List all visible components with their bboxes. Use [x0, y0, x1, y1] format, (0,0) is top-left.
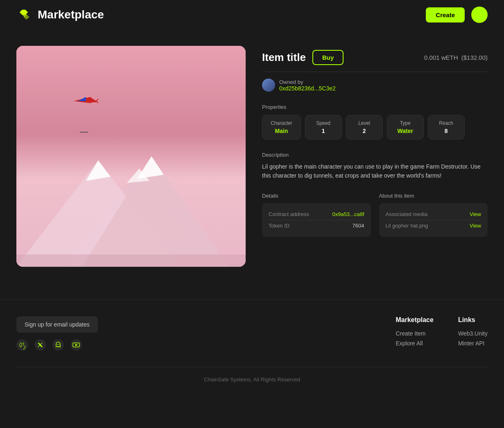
svg-marker-2	[78, 97, 86, 101]
properties-grid: Character Main Speed 1 Level 2 Type Wate…	[262, 115, 488, 140]
details-contract-value[interactable]: 0x9a53...ca8f	[332, 211, 364, 217]
details-contract-key: Contract address	[269, 211, 309, 217]
svg-line-4	[96, 99, 98, 101]
chainsafe-logo-icon	[16, 7, 33, 23]
user-avatar[interactable]	[471, 7, 488, 23]
item-title-left: Item title Buy	[262, 50, 344, 65]
property-level: Level 2	[346, 115, 383, 140]
youtube-icon[interactable]	[70, 339, 82, 351]
dash-decoration	[80, 132, 88, 133]
footer-copyright: ChainSafe Systems, All Rights Reserved	[204, 376, 300, 383]
footer-web3-link[interactable]: Web3.Unity	[458, 330, 488, 337]
svg-point-16	[57, 344, 58, 345]
discord-icon[interactable]	[16, 339, 28, 351]
details-token-value: 7604	[353, 223, 364, 229]
property-key-level: Level	[355, 120, 374, 126]
description-text: Lil gopher is the main character you can…	[262, 162, 488, 180]
details-token-row: Token ID 7604	[269, 220, 364, 231]
footer-links-title: Links	[458, 316, 488, 324]
footer-marketplace-title: Marketplace	[396, 316, 434, 324]
svg-rect-12	[16, 255, 246, 267]
signup-button[interactable]: Sign up for email updates	[16, 316, 98, 333]
properties-label: Properties	[262, 104, 488, 110]
footer: Sign up for email updates	[0, 300, 504, 391]
buy-button[interactable]: Buy	[312, 50, 344, 65]
plane-illustration	[74, 95, 98, 109]
item-price: 0.001 wETH ($132.00)	[424, 54, 488, 61]
property-key-speed: Speed	[314, 120, 333, 126]
social-icons	[16, 339, 98, 351]
property-character: Character Main	[262, 115, 301, 140]
owned-by-label: Owned by	[279, 79, 336, 85]
header-right: Create	[426, 7, 488, 23]
mountain-illustration	[16, 136, 246, 267]
owned-by-row: Owned by 0xd25b8236d...5C3e2	[262, 79, 488, 92]
about-section-title: About this item	[379, 193, 488, 199]
footer-cols: Marketplace Create Item Explore All Link…	[396, 316, 488, 347]
header-left: Marketplace	[16, 7, 104, 23]
header-title: Marketplace	[38, 8, 104, 21]
svg-point-17	[59, 344, 59, 345]
description-label: Description	[262, 152, 488, 158]
owner-address[interactable]: 0xd25b8236d...5C3e2	[279, 85, 336, 92]
about-media-key: Associated media	[386, 211, 428, 217]
right-panel: Item title Buy 0.001 wETH ($132.00) Owne…	[262, 46, 488, 237]
about-hat-view[interactable]: View	[470, 223, 481, 229]
owner-info: Owned by 0xd25b8236d...5C3e2	[279, 79, 336, 92]
footer-explore-all-link[interactable]: Explore All	[396, 340, 434, 347]
divider-1	[262, 72, 488, 72]
property-speed: Speed 1	[305, 115, 342, 140]
property-key-type: Type	[396, 120, 415, 126]
about-hat-key: Lil gopher hat.png	[386, 223, 428, 229]
footer-left: Sign up for email updates	[16, 316, 98, 351]
twitter-icon[interactable]	[34, 339, 46, 351]
details-contract-row: Contract address 0x9a53...ca8f	[269, 209, 364, 220]
create-button[interactable]: Create	[426, 7, 465, 23]
header: Marketplace Create	[0, 0, 504, 29]
footer-bottom: ChainSafe Systems, All Rights Reserved	[16, 367, 488, 383]
ghost-icon[interactable]	[52, 339, 64, 351]
property-value-speed: 1	[314, 128, 333, 134]
property-value-character: Main	[271, 128, 292, 134]
svg-line-5	[96, 101, 98, 103]
details-card: Contract address 0x9a53...ca8f Token ID …	[262, 203, 371, 237]
svg-point-15	[52, 339, 64, 351]
property-key-character: Character	[271, 120, 292, 126]
svg-point-13	[16, 339, 28, 351]
property-value-reach: 8	[436, 128, 456, 134]
footer-minter-link[interactable]: Minter API	[458, 340, 488, 347]
details-section: Details Contract address 0x9a53...ca8f T…	[262, 193, 371, 237]
about-card: Associated media View Lil gopher hat.png…	[379, 203, 488, 237]
footer-top: Sign up for email updates	[16, 316, 488, 351]
details-about-row: Details Contract address 0x9a53...ca8f T…	[262, 193, 488, 237]
footer-create-item-link[interactable]: Create Item	[396, 330, 434, 337]
owner-avatar	[262, 79, 275, 92]
about-hat-row: Lil gopher hat.png View	[386, 220, 481, 231]
details-token-key: Token ID	[269, 223, 289, 229]
property-key-reach: Reach	[436, 120, 456, 126]
property-reach: Reach 8	[428, 115, 465, 140]
footer-links-col: Links Web3.Unity Minter API	[458, 316, 488, 347]
nft-image-bg	[16, 46, 246, 267]
footer-marketplace-col: Marketplace Create Item Explore All	[396, 316, 434, 347]
main-content: Item title Buy 0.001 wETH ($132.00) Owne…	[0, 29, 504, 291]
details-section-title: Details	[262, 193, 371, 199]
property-value-type: Water	[396, 128, 415, 134]
about-media-row: Associated media View	[386, 209, 481, 220]
item-title: Item title	[262, 51, 306, 64]
about-section: About this item Associated media View Li…	[379, 193, 488, 237]
item-title-row: Item title Buy 0.001 wETH ($132.00)	[262, 50, 488, 65]
property-value-level: 2	[355, 128, 374, 134]
property-type: Type Water	[387, 115, 424, 140]
about-media-view[interactable]: View	[470, 211, 481, 217]
nft-image	[16, 46, 246, 267]
